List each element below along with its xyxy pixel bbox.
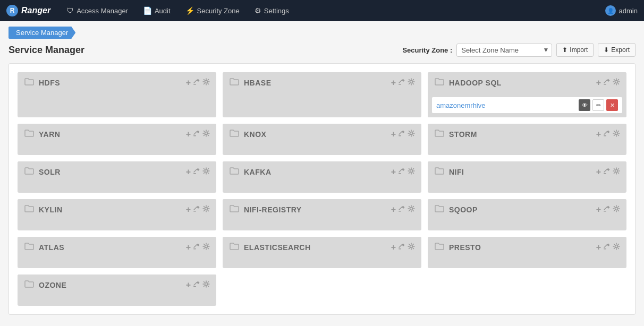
service-name: HBASE: [244, 79, 272, 87]
service-header-kylin: KYLIN+: [18, 199, 216, 220]
nav-access-manager[interactable]: 🛡 Access Manager: [59, 0, 135, 21]
add-service-button[interactable]: +: [596, 78, 601, 88]
folder-icon: [229, 78, 240, 88]
settings-service-button[interactable]: [613, 243, 620, 252]
edit-service-button[interactable]: [193, 243, 200, 252]
edit-service-button[interactable]: [193, 78, 200, 87]
edit-service-button[interactable]: [193, 280, 200, 289]
svg-point-14: [410, 132, 413, 135]
add-service-button[interactable]: +: [391, 78, 396, 88]
edit-item-button[interactable]: ✏: [592, 99, 604, 111]
service-card-ozone: OZONE+: [18, 274, 216, 306]
service-name: HADOOP SQL: [449, 79, 502, 87]
nav-audit[interactable]: 📄 Audit: [135, 0, 178, 21]
service-item-name[interactable]: amazonemrhive: [436, 101, 486, 109]
add-service-button[interactable]: +: [391, 243, 396, 252]
settings-service-button[interactable]: [202, 280, 210, 289]
service-card-yarn: YARN+: [18, 124, 216, 155]
delete-item-button[interactable]: ✕: [606, 99, 618, 111]
add-service-button[interactable]: +: [186, 205, 191, 215]
add-service-button[interactable]: +: [186, 167, 191, 177]
edit-service-button[interactable]: [398, 243, 405, 252]
settings-service-button[interactable]: [408, 130, 415, 139]
svg-point-11: [205, 132, 208, 135]
settings-service-button[interactable]: [202, 205, 210, 214]
service-header-hadoop-sql: HADOOP SQL+: [428, 72, 626, 93]
edit-service-button[interactable]: [398, 205, 405, 214]
edit-service-button[interactable]: [603, 78, 611, 87]
edit-service-button[interactable]: [603, 205, 611, 214]
settings-service-button[interactable]: [613, 78, 620, 87]
settings-service-button[interactable]: [202, 243, 210, 252]
edit-service-button[interactable]: [398, 167, 405, 176]
svg-rect-10: [193, 135, 196, 136]
add-service-button[interactable]: +: [186, 243, 191, 252]
export-button[interactable]: ⬇ Export: [598, 43, 635, 57]
nav-settings[interactable]: ⚙ Settings: [247, 0, 296, 21]
add-service-button[interactable]: +: [391, 167, 396, 177]
settings-service-button[interactable]: [202, 167, 210, 176]
edit-service-button[interactable]: [603, 167, 611, 176]
svg-rect-25: [604, 173, 606, 174]
edit-service-button[interactable]: [193, 205, 200, 214]
svg-point-26: [615, 170, 618, 173]
edit-service-button[interactable]: [193, 130, 200, 139]
folder-icon: [434, 129, 445, 139]
service-header-hdfs: HDFS+: [18, 72, 216, 93]
edit-service-button[interactable]: [398, 78, 405, 87]
service-card-presto: PRESTO+: [428, 237, 626, 268]
service-card-nifi: NIFI+: [428, 161, 626, 193]
edit-service-button[interactable]: [603, 130, 611, 139]
svg-point-23: [410, 170, 413, 173]
import-button[interactable]: ⬆ Import: [556, 43, 594, 57]
settings-service-button[interactable]: [613, 130, 620, 139]
service-name: KYLIN: [39, 205, 63, 214]
zone-select-wrapper: Select Zone Name ▼: [456, 44, 552, 57]
service-header-hbase: HBASE+: [223, 72, 421, 93]
service-header-knox: KNOX+: [223, 124, 421, 144]
settings-service-button[interactable]: [202, 130, 210, 139]
svg-point-5: [410, 81, 413, 83]
service-name: NIFI: [449, 168, 464, 176]
settings-service-button[interactable]: [408, 243, 415, 252]
zone-select[interactable]: Select Zone Name: [456, 44, 552, 57]
settings-service-button[interactable]: [202, 78, 210, 87]
svg-point-29: [205, 208, 208, 210]
add-service-button[interactable]: +: [391, 205, 396, 215]
svg-rect-46: [193, 286, 196, 287]
add-service-button[interactable]: +: [186, 78, 191, 88]
svg-rect-7: [604, 84, 606, 85]
add-service-button[interactable]: +: [596, 167, 601, 177]
settings-service-button[interactable]: [408, 205, 415, 214]
service-card-elasticsearch: ELASTICSEARCH+: [223, 237, 421, 268]
add-service-button[interactable]: +: [596, 205, 601, 215]
nav-security-zone[interactable]: ⚡ Security Zone: [178, 0, 247, 21]
add-service-button[interactable]: +: [186, 130, 191, 139]
service-card-knox: KNOX+: [223, 124, 421, 155]
edit-service-button[interactable]: [193, 167, 200, 176]
ranger-logo: R: [6, 5, 18, 16]
edit-service-button[interactable]: [603, 243, 611, 252]
service-card-kafka: KAFKA+: [223, 161, 421, 193]
folder-icon: [24, 78, 35, 88]
service-card-hbase: HBASE+: [223, 72, 421, 117]
folder-icon: [434, 78, 445, 88]
add-service-button[interactable]: +: [391, 130, 396, 139]
edit-service-button[interactable]: [398, 130, 405, 139]
folder-icon: [24, 129, 35, 139]
settings-service-button[interactable]: [613, 167, 620, 176]
service-header-kafka: KAFKA+: [223, 161, 421, 182]
add-service-button[interactable]: +: [186, 280, 191, 290]
settings-service-button[interactable]: [613, 205, 620, 214]
svg-point-32: [410, 208, 413, 210]
settings-service-button[interactable]: [408, 167, 415, 176]
view-item-button[interactable]: 👁: [579, 99, 590, 111]
add-service-button[interactable]: +: [596, 243, 601, 252]
folder-icon: [229, 242, 240, 252]
add-service-button[interactable]: +: [596, 130, 601, 139]
service-card-atlas: ATLAS+: [18, 237, 216, 268]
svg-point-47: [205, 283, 208, 286]
service-header-presto: PRESTO+: [428, 237, 626, 258]
settings-service-button[interactable]: [408, 78, 415, 87]
doc-icon: 📄: [143, 6, 152, 15]
